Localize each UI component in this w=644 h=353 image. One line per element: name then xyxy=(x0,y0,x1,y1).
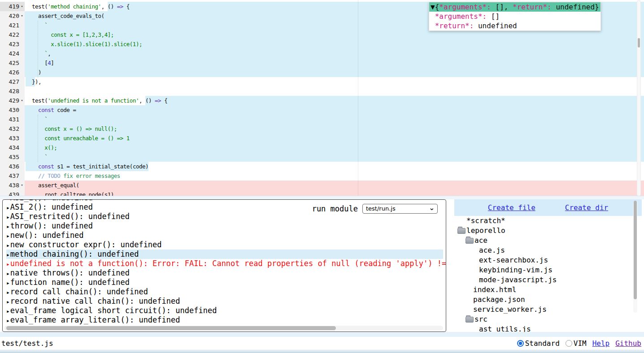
code-line-text[interactable]: const x = () => null(); xyxy=(25,124,644,133)
scrollbar-thumb[interactable] xyxy=(634,201,637,299)
gutter-cell[interactable]: 421 xyxy=(0,21,25,30)
help-link[interactable]: Help xyxy=(592,339,610,348)
radio-vim[interactable]: VIM xyxy=(566,339,587,348)
fold-arrow-icon[interactable]: ▾ xyxy=(19,2,25,11)
code-line[interactable]: 427 }), xyxy=(0,77,644,86)
expand-triangle-icon[interactable]: ▸ xyxy=(6,317,10,324)
code-line-text[interactable]: const code = xyxy=(25,105,644,115)
fold-arrow-icon[interactable]: ▾ xyxy=(19,181,25,190)
expand-triangle-icon[interactable]: ▸ xyxy=(6,232,10,239)
code-line-text[interactable]: x.slice(1).slice(1).slice(1); xyxy=(25,39,644,49)
code-line[interactable]: 434 x(); xyxy=(0,143,644,152)
code-editor[interactable]: 419▾ test('method chaining', () => {420▾… xyxy=(0,0,644,196)
file-tree-item[interactable]: src xyxy=(454,314,642,324)
expand-triangle-icon[interactable]: ▸ xyxy=(6,280,10,286)
file-tree-item[interactable]: keybinding-vim.js xyxy=(454,265,642,275)
fold-arrow-icon[interactable]: ▾ xyxy=(19,96,25,105)
code-line-text[interactable]: const s1 = test_initial_state(code) xyxy=(25,162,644,171)
gutter-cell[interactable]: 429▾ xyxy=(0,96,25,105)
radio-standard[interactable]: Standard xyxy=(517,339,560,348)
gutter-cell[interactable]: 430 xyxy=(0,105,25,115)
code-line-text[interactable]: root_calltree_node(s1) xyxy=(25,190,644,196)
gutter-cell[interactable]: 426 xyxy=(0,68,25,77)
module-select[interactable]: test/run.js ⌄ xyxy=(362,204,438,214)
tooltip-header-row[interactable]: ▼{*arguments*: [], *return*: undefined} xyxy=(429,2,600,12)
gutter-cell[interactable]: 420▾ xyxy=(0,11,25,21)
file-tree-item[interactable]: service_worker.js xyxy=(454,305,642,314)
file-tree-item[interactable]: ace xyxy=(454,236,642,245)
console-item[interactable]: ▸record native call chain(): undefined xyxy=(6,297,446,306)
gutter-cell[interactable]: 439 xyxy=(0,190,25,196)
code-line-text[interactable]: const x = [1,2,3,4]; xyxy=(25,30,644,39)
tooltip-detail-row[interactable]: *return*: undefined xyxy=(429,21,600,30)
code-line-text[interactable]: assert_equal( xyxy=(25,181,644,190)
files-vertical-scrollbar[interactable] xyxy=(633,201,637,313)
console-item[interactable]: ▸function name(): undefined xyxy=(6,278,446,287)
expand-triangle-icon[interactable]: ▸ xyxy=(6,242,10,249)
console-item[interactable]: ▸throw(): undefined xyxy=(6,221,446,231)
gutter-cell[interactable]: 423 xyxy=(0,39,25,49)
code-line-text[interactable]: const unreachable = () => 1 xyxy=(25,133,644,143)
console-item[interactable]: ▸new(): undefined xyxy=(6,231,446,240)
gutter-cell[interactable]: 419▾ xyxy=(0,2,25,11)
gutter-cell[interactable]: 428 xyxy=(0,86,25,96)
expand-triangle-icon[interactable]: ▸ xyxy=(6,199,10,202)
code-line-text[interactable] xyxy=(25,86,644,96)
file-tree-item[interactable]: leporello xyxy=(454,226,642,236)
expand-triangle-icon[interactable]: ▸ xyxy=(6,261,10,267)
create-dir-link[interactable]: Create dir xyxy=(565,203,608,212)
editor-vertical-scrollbar[interactable] xyxy=(637,0,641,196)
code-line[interactable]: 429▾ test('undefined is not a function',… xyxy=(0,96,644,105)
expand-triangle-icon[interactable]: ▸ xyxy=(6,214,10,220)
gutter-cell[interactable]: 436 xyxy=(0,162,25,171)
tooltip-detail-row[interactable]: *arguments*: [] xyxy=(429,12,600,21)
code-line[interactable]: 426 ) xyxy=(0,68,644,77)
gutter-cell[interactable]: 437 xyxy=(0,171,25,181)
expand-triangle-icon[interactable]: ▸ xyxy=(6,289,10,296)
scrollbar-thumb[interactable] xyxy=(6,326,336,330)
code-line[interactable]: 422 const x = [1,2,3,4]; xyxy=(0,30,644,39)
code-line[interactable]: 439 root_calltree_node(s1) xyxy=(0,190,644,196)
gutter-cell[interactable]: 438▾ xyxy=(0,181,25,190)
github-link[interactable]: Github xyxy=(615,339,641,348)
code-line[interactable]: 430 const code = xyxy=(0,105,644,115)
expand-triangle-icon[interactable]: ▸ xyxy=(6,298,10,305)
expand-triangle-icon[interactable]: ▸ xyxy=(6,204,10,211)
code-line[interactable]: 432 const x = () => null(); xyxy=(0,124,644,133)
radio-unselected-icon[interactable] xyxy=(566,340,572,347)
console-item[interactable]: ▸eval_frame array_literal(): undefined xyxy=(6,315,446,325)
create-file-link[interactable]: Create file xyxy=(488,203,535,212)
console-item[interactable]: ▸method chaining(): undefined xyxy=(6,250,443,259)
code-line[interactable]: 428 xyxy=(0,86,644,96)
expand-triangle-icon[interactable]: ▸ xyxy=(6,223,10,230)
file-tree-item[interactable]: *scratch* xyxy=(454,216,642,226)
code-line-text[interactable]: `, xyxy=(25,49,644,58)
expand-triangle-icon[interactable]: ▸ xyxy=(6,251,10,258)
code-line[interactable]: 436 const s1 = test_initial_state(code) xyxy=(0,162,644,171)
expand-triangle-icon[interactable]: ▸ xyxy=(6,308,10,314)
code-line-text[interactable]: ) xyxy=(25,68,644,77)
gutter-cell[interactable]: 433 xyxy=(0,133,25,143)
gutter-cell[interactable]: 434 xyxy=(0,143,25,152)
file-tree-item[interactable]: index.html xyxy=(454,285,642,295)
code-line-text[interactable]: [4] xyxy=(25,58,644,68)
file-tree-item[interactable]: ext-searchbox.js xyxy=(454,255,642,265)
gutter-cell[interactable]: 432 xyxy=(0,124,25,133)
code-line-text[interactable]: x(); xyxy=(25,143,644,152)
gutter-cell[interactable]: 431 xyxy=(0,115,25,124)
console-item[interactable]: ▸native throws(): undefined xyxy=(6,268,446,278)
gutter-cell[interactable]: 427 xyxy=(0,77,25,86)
code-line-text[interactable]: // TODO fix error messages xyxy=(25,171,644,181)
file-tree-item[interactable]: mode-javascript.js xyxy=(454,275,642,285)
value-inspector-tooltip[interactable]: ▼{*arguments*: [], *return*: undefined} … xyxy=(429,2,601,31)
code-line[interactable]: 438▾ assert_equal( xyxy=(0,181,644,190)
gutter-cell[interactable]: 425 xyxy=(0,58,25,68)
console-horizontal-scrollbar[interactable] xyxy=(4,326,443,331)
code-line[interactable]: 435 ` xyxy=(0,152,644,162)
file-tree-item[interactable]: ast_utils.js xyxy=(454,324,642,332)
console-item[interactable]: ▸undefined is not a function(): Error: F… xyxy=(6,259,446,268)
fold-arrow-icon[interactable]: ▾ xyxy=(19,11,25,21)
console-item[interactable]: ▸record call chain(): undefined xyxy=(6,287,446,297)
code-line[interactable]: 425 [4] xyxy=(0,58,644,68)
radio-selected-icon[interactable] xyxy=(517,340,524,347)
